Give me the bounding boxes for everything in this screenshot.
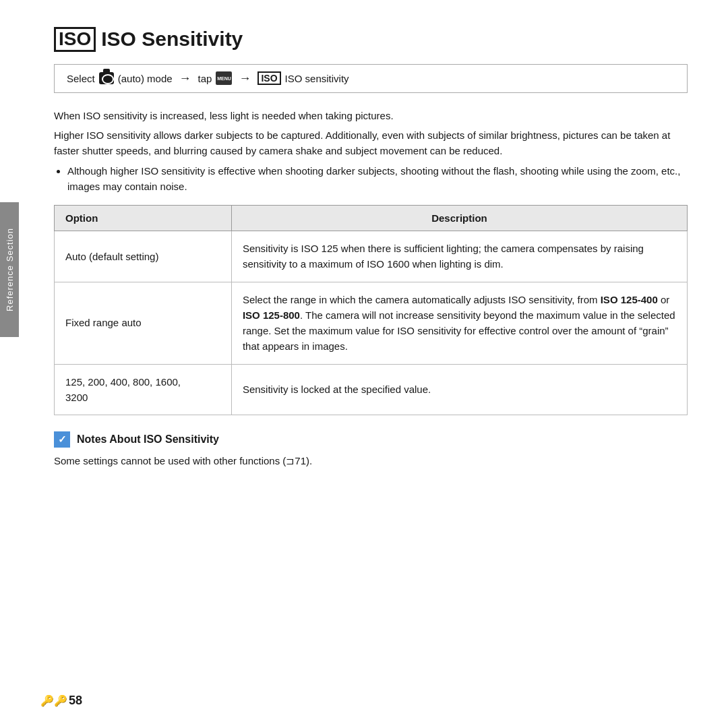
table-cell-option-values: 125, 200, 400, 800, 1600,3200: [55, 364, 232, 415]
desc-para1: When ISO sensitivity is increased, less …: [54, 108, 688, 123]
table-header-option: Option: [55, 206, 232, 231]
nav-arrow-2: →: [239, 71, 251, 86]
sidebar-label-text: Reference Section: [5, 228, 15, 311]
bold-iso-400: ISO 125-400: [601, 294, 658, 305]
camera-icon: [99, 72, 114, 84]
page-number: 58: [69, 694, 82, 708]
page-number-area: 🔑🔑 58: [40, 694, 82, 708]
bullet-item-1: Although higher ISO sensitivity is effec…: [67, 163, 688, 195]
desc-para2: Higher ISO sensitivity allows darker sub…: [54, 127, 688, 159]
iso-title-icon: ISO: [54, 27, 96, 52]
nav-auto-label: (auto) mode: [118, 73, 173, 84]
nav-text: Select (auto) mode → tap → ISO ISO sensi…: [67, 71, 349, 86]
table-row: Auto (default setting) Sensitivity is IS…: [55, 231, 688, 282]
table-row: 125, 200, 400, 800, 1600,3200 Sensitivit…: [55, 364, 688, 415]
key-icon: 🔑🔑: [40, 694, 67, 707]
table-row: Fixed range auto Select the range in whi…: [55, 282, 688, 364]
nav-box: Select (auto) mode → tap → ISO ISO sensi…: [54, 64, 688, 93]
notes-header: ✓ Notes About ISO Sensitivity: [54, 431, 688, 448]
page-container: Reference Section ISO ISO Sensitivity Se…: [0, 0, 728, 728]
nav-select-label: Select: [67, 73, 95, 84]
nav-iso-icon: ISO: [257, 71, 280, 85]
bullet-list: Although higher ISO sensitivity is effec…: [67, 163, 688, 195]
nav-arrow-1: →: [179, 71, 191, 86]
table-cell-desc-auto: Sensitivity is ISO 125 when there is suf…: [231, 231, 687, 282]
bold-iso-800: ISO 125-800: [243, 309, 300, 321]
notes-text: Some settings cannot be used with other …: [54, 453, 688, 468]
check-icon: ✓: [54, 431, 70, 448]
page-title: ISO Sensitivity: [101, 28, 243, 51]
table-header-description: Description: [231, 206, 687, 231]
table-cell-option-auto: Auto (default setting): [55, 231, 232, 282]
table-header-row: Option Description: [55, 206, 688, 231]
description-section: When ISO sensitivity is increased, less …: [54, 108, 688, 194]
title-area: ISO ISO Sensitivity: [54, 27, 688, 52]
notes-section: ✓ Notes About ISO Sensitivity Some setti…: [54, 431, 688, 468]
menu-icon: [216, 71, 232, 85]
table-cell-option-fixed: Fixed range auto: [55, 282, 232, 364]
nav-tap-label: tap: [198, 73, 212, 84]
sidebar-label: Reference Section: [0, 202, 19, 337]
nav-iso-sensitivity-label: ISO sensitivity: [285, 73, 349, 84]
options-table: Option Description Auto (default setting…: [54, 205, 688, 415]
table-cell-desc-values: Sensitivity is locked at the specified v…: [231, 364, 687, 415]
table-cell-desc-fixed: Select the range in which the camera aut…: [231, 282, 687, 364]
notes-title: Notes About ISO Sensitivity: [77, 433, 219, 446]
